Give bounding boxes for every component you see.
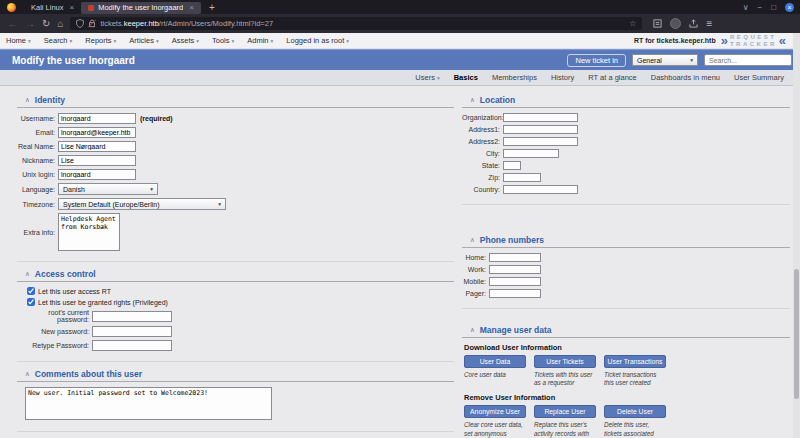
queue-select[interactable]: General ▾: [632, 54, 698, 66]
language-select[interactable]: Danish ▾: [58, 183, 158, 195]
anonymize-user-caption: Clear core user data, set anonymous user…: [464, 421, 526, 438]
language-label: Language:: [17, 186, 58, 193]
city-input[interactable]: [503, 149, 559, 158]
email-input[interactable]: [58, 127, 136, 138]
section-title: Comments about this user: [35, 369, 142, 379]
collapse-icon[interactable]: ∧: [470, 236, 475, 244]
timezone-select[interactable]: System Default (Europe/Berlin) ▾: [58, 198, 226, 210]
remove-user-info-heading: Remove User Information: [464, 393, 790, 402]
insecure-lock-icon[interactable]: [88, 19, 96, 28]
tab-dashboards-in-menu[interactable]: Dashboards in menu: [651, 73, 720, 82]
delete-user-button[interactable]: Delete User: [604, 405, 666, 418]
work-phone-input[interactable]: [489, 265, 541, 274]
close-tab-icon[interactable]: ×: [70, 3, 75, 12]
nav-tools[interactable]: Tools▾: [212, 36, 234, 45]
tab-user-summary[interactable]: User Summary: [734, 73, 784, 82]
section-title: Identity: [35, 95, 65, 105]
url-bar[interactable]: tickets.keeper.htb/rt/Admin/Users/Modify…: [70, 17, 642, 30]
collapse-icon[interactable]: ∧: [25, 370, 30, 378]
city-label: City:: [462, 150, 503, 157]
collapse-icon[interactable]: ∧: [25, 270, 30, 278]
current-password-input[interactable]: [92, 311, 172, 322]
new-ticket-button[interactable]: New ticket in: [567, 54, 626, 67]
anonymize-user-button[interactable]: Anonymize User: [464, 405, 526, 418]
back-icon[interactable]: ←: [8, 19, 18, 29]
country-input[interactable]: [503, 185, 578, 194]
user-tickets-caption: Tickets with this user as a requestor: [534, 371, 596, 387]
scrollbar-track[interactable]: [793, 33, 800, 438]
real-name-input[interactable]: [58, 141, 136, 152]
delete-user-caption: Delete this user, tickets associated wit…: [604, 421, 666, 438]
firefox-icon[interactable]: [7, 3, 16, 12]
menu-icon[interactable]: ≡: [706, 19, 712, 29]
nav-admin[interactable]: Admin▾: [247, 36, 273, 45]
state-input[interactable]: [503, 161, 521, 170]
mobile-phone-input[interactable]: [489, 277, 541, 286]
access-rt-checkbox[interactable]: [27, 287, 35, 295]
new-tab-button[interactable]: +: [201, 2, 223, 13]
close-window-icon[interactable]: ×: [785, 3, 794, 12]
collapse-icon[interactable]: ∧: [470, 96, 475, 104]
retype-password-input[interactable]: [92, 340, 172, 351]
pager-phone-input[interactable]: [489, 289, 541, 298]
nav-reports[interactable]: Reports▾: [85, 36, 116, 45]
address2-input[interactable]: [503, 137, 578, 146]
rt-favicon-icon: [88, 5, 94, 11]
rt-main-nav: Home▾ Search▾ Reports▾ Articles▾ Assets▾…: [0, 33, 800, 49]
tab-rt-at-a-glance[interactable]: RT at a glance: [588, 73, 637, 82]
tab-basics[interactable]: Basics: [454, 73, 478, 82]
nickname-input[interactable]: [58, 155, 136, 166]
save-page-icon[interactable]: [653, 19, 662, 28]
comments-section: ∧ Comments about this user New user. Ini…: [17, 369, 454, 432]
tab-modify-user[interactable]: Modify the user lnorgaard ×: [81, 2, 201, 14]
tab-memberships[interactable]: Memberships: [492, 73, 537, 82]
collapse-icon[interactable]: ∧: [470, 326, 475, 334]
minimize-window-icon[interactable]: −: [757, 3, 762, 12]
unix-login-input[interactable]: [58, 169, 136, 180]
home-phone-input[interactable]: [489, 253, 541, 262]
privileged-checkbox[interactable]: [27, 298, 35, 306]
scrollbar-thumb[interactable]: [794, 269, 799, 399]
close-tab-icon[interactable]: ×: [189, 3, 194, 12]
home-icon[interactable]: ⌂: [57, 19, 63, 29]
reload-icon[interactable]: ↻: [42, 19, 50, 29]
collapse-icon[interactable]: ∧: [25, 96, 30, 104]
rt-app: Home▾ Search▾ Reports▾ Articles▾ Assets▾…: [0, 33, 800, 438]
organization-input[interactable]: [503, 113, 578, 122]
nav-articles[interactable]: Articles▾: [129, 36, 158, 45]
organization-label: Organization:: [462, 114, 503, 121]
share-icon[interactable]: [689, 19, 698, 28]
tab-kali-linux[interactable]: Kali Linux ×: [24, 2, 81, 14]
username-input[interactable]: [58, 113, 136, 124]
nav-home[interactable]: Home▾: [6, 36, 31, 45]
rt-search-input[interactable]: [704, 54, 792, 66]
forward-icon[interactable]: →: [25, 19, 35, 29]
section-title: Location: [480, 95, 515, 105]
nav-logged-in-as-root[interactable]: Logged in as root▾: [286, 36, 349, 45]
user-transactions-button[interactable]: User Transactions: [604, 355, 666, 368]
nav-search[interactable]: Search▾: [44, 36, 73, 45]
tab-title: Modify the user lnorgaard: [98, 3, 183, 12]
list-tabs-icon[interactable]: ∨: [743, 3, 749, 12]
user-tickets-button[interactable]: User Tickets: [534, 355, 596, 368]
tab-history[interactable]: History: [551, 73, 574, 82]
user-data-button[interactable]: User Data: [464, 355, 526, 368]
maximize-window-icon[interactable]: □: [771, 3, 776, 12]
state-label: State:: [462, 162, 503, 169]
real-name-label: Real Name:: [17, 143, 58, 150]
extra-info-textarea[interactable]: Helpdesk Agent from Korsbæk: [58, 213, 120, 251]
page-menu-users-dropdown[interactable]: Users▾: [415, 73, 439, 82]
adblocker-icon[interactable]: [670, 18, 681, 29]
chevron-down-icon: ▾: [437, 75, 440, 81]
privileged-label: Let this user be granted rights (Privile…: [38, 299, 168, 306]
shield-icon[interactable]: [76, 19, 84, 28]
comments-textarea[interactable]: New user. Initial password set to Welcom…: [25, 387, 272, 420]
nav-assets[interactable]: Assets▾: [172, 36, 199, 45]
zip-input[interactable]: [503, 173, 541, 182]
address1-input[interactable]: [503, 125, 578, 134]
new-password-label: New password:: [17, 328, 92, 335]
replace-user-button[interactable]: Replace User: [534, 405, 596, 418]
bookmark-star-icon[interactable]: ☆: [629, 19, 636, 28]
nickname-label: Nickname:: [17, 157, 58, 164]
new-password-input[interactable]: [92, 326, 172, 337]
